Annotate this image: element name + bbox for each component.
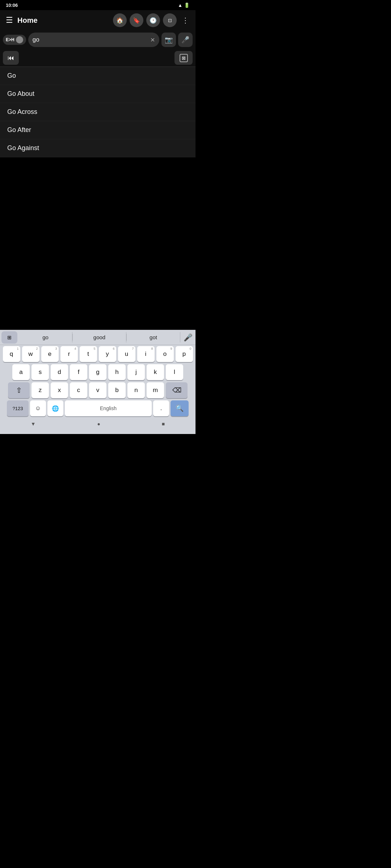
- signal-icon: ▲: [178, 3, 182, 8]
- word-suggestions-row: ⊞ go good got 🎤: [0, 330, 196, 345]
- key-x[interactable]: x: [51, 382, 68, 398]
- emoji-key[interactable]: ☺: [30, 400, 46, 416]
- key-s[interactable]: s: [31, 364, 49, 380]
- keyboard-row-4: ?123 ☺ 🌐 English . 🔍: [0, 399, 196, 417]
- camera-button[interactable]: 📷: [161, 33, 176, 47]
- key-i[interactable]: i8: [137, 346, 155, 362]
- key-h[interactable]: h: [108, 364, 126, 380]
- key-p[interactable]: p0: [176, 346, 193, 362]
- key-a[interactable]: a: [12, 364, 30, 380]
- home-icon-button[interactable]: 🏠: [113, 13, 127, 27]
- keyboard-row-2: a s d f g h j k l: [0, 363, 196, 381]
- status-bar: 10:06 ▲ 🔋: [0, 0, 196, 10]
- dot-key[interactable]: .: [153, 400, 169, 416]
- suggestion-item-go-about[interactable]: Go About: [0, 85, 196, 103]
- key-q[interactable]: q1: [3, 346, 20, 362]
- key-c[interactable]: c: [70, 382, 87, 398]
- bookmark-icon-button[interactable]: 🔖: [130, 13, 143, 27]
- key-u[interactable]: u7: [118, 346, 135, 362]
- key-o[interactable]: o9: [156, 346, 174, 362]
- page-title: Home: [17, 16, 110, 25]
- android-home-button[interactable]: ●: [97, 421, 100, 427]
- second-row: ⏮ ⊠: [0, 49, 196, 67]
- search-clear-button[interactable]: ✕: [150, 37, 155, 43]
- key-b[interactable]: b: [108, 382, 126, 398]
- toggle-circle: [16, 36, 23, 43]
- language-toggle-label: E>H: [6, 37, 14, 42]
- backspace-key[interactable]: ⌫: [166, 382, 188, 398]
- key-t[interactable]: t5: [80, 346, 97, 362]
- shift-key[interactable]: ⇧: [8, 382, 30, 398]
- search-key[interactable]: 🔍: [171, 400, 189, 416]
- previous-button[interactable]: ⏮: [3, 51, 19, 65]
- mic-button[interactable]: 🎤: [178, 33, 193, 47]
- key-e[interactable]: e3: [41, 346, 59, 362]
- space-key[interactable]: English: [65, 400, 152, 416]
- android-recents-button[interactable]: ■: [162, 421, 165, 427]
- status-icons: ▲ 🔋: [178, 3, 190, 8]
- keyboard-row-1: q1 w2 e3 r4 t5 y6 u7 i8 o9 p0: [0, 345, 196, 363]
- tab-icon-button[interactable]: ⊡: [163, 13, 177, 27]
- main-content: [0, 157, 196, 269]
- suggestion-item-go-across[interactable]: Go Across: [0, 103, 196, 121]
- status-time: 10:06: [6, 3, 18, 8]
- battery-icon: 🔋: [184, 3, 190, 8]
- word-suggestion-good[interactable]: good: [73, 332, 126, 342]
- key-f[interactable]: f: [70, 364, 87, 380]
- key-w[interactable]: w2: [22, 346, 39, 362]
- keyboard-mic-button[interactable]: 🎤: [180, 333, 196, 342]
- android-nav: ▼ ● ■: [0, 417, 196, 430]
- key-j[interactable]: j: [127, 364, 145, 380]
- search-input[interactable]: go: [33, 36, 148, 43]
- num-key[interactable]: ?123: [7, 400, 29, 416]
- key-k[interactable]: k: [147, 364, 164, 380]
- key-r[interactable]: r4: [60, 346, 78, 362]
- suggestion-item-go-against[interactable]: Go Against: [0, 139, 196, 157]
- history-icon-button[interactable]: 🕑: [146, 13, 160, 27]
- keyboard-row-3: ⇧ z x c v b n m ⌫: [0, 381, 196, 399]
- search-input-wrap: go ✕: [28, 33, 159, 47]
- suggestion-item-go[interactable]: Go: [0, 67, 196, 85]
- android-back-button[interactable]: ▼: [31, 421, 36, 427]
- key-l[interactable]: l: [166, 364, 183, 380]
- suggestions-dropdown: Go Go About Go Across Go After Go Agains…: [0, 67, 196, 157]
- keyboard: ⊞ go good got 🎤 q1 w2 e3 r4 t5 y6 u7 i8 …: [0, 330, 196, 434]
- word-suggestion-go[interactable]: go: [19, 332, 72, 342]
- clear-result-button[interactable]: ⊠: [175, 51, 193, 65]
- suggestion-item-go-after[interactable]: Go After: [0, 121, 196, 139]
- key-v[interactable]: v: [89, 382, 106, 398]
- hamburger-button[interactable]: ☰: [4, 14, 14, 26]
- emoji-keyboard-button[interactable]: ⊞: [1, 331, 17, 344]
- language-toggle[interactable]: E>H: [3, 35, 26, 45]
- key-y[interactable]: y6: [99, 346, 116, 362]
- key-d[interactable]: d: [51, 364, 68, 380]
- nav-bar: ☰ Home 🏠 🔖 🕑 ⊡ ⋮: [0, 10, 196, 30]
- word-suggestion-got[interactable]: got: [127, 332, 180, 342]
- more-options-button[interactable]: ⋮: [180, 14, 191, 26]
- key-g[interactable]: g: [89, 364, 106, 380]
- key-z[interactable]: z: [31, 382, 49, 398]
- key-n[interactable]: n: [127, 382, 145, 398]
- globe-key[interactable]: 🌐: [47, 400, 63, 416]
- key-m[interactable]: m: [147, 382, 164, 398]
- search-row: E>H go ✕ 📷 🎤: [0, 30, 196, 49]
